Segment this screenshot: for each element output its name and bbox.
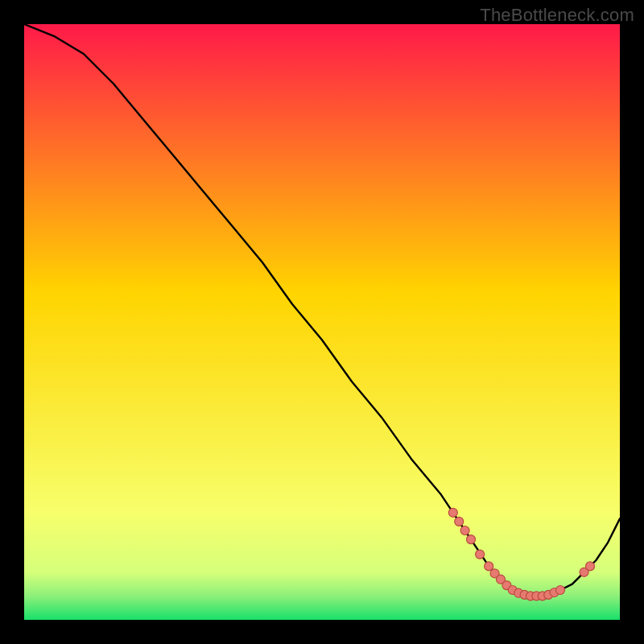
data-marker bbox=[485, 562, 493, 571]
gradient-bg bbox=[24, 24, 620, 620]
data-marker bbox=[476, 550, 485, 559]
chart-frame: TheBottleneck.com bbox=[0, 0, 644, 644]
data-marker bbox=[448, 508, 457, 517]
data-marker bbox=[460, 526, 469, 535]
data-marker bbox=[586, 562, 595, 571]
chart-svg bbox=[24, 24, 620, 620]
data-marker bbox=[467, 535, 476, 544]
data-marker bbox=[556, 586, 565, 595]
data-marker bbox=[455, 517, 464, 526]
watermark-text: TheBottleneck.com bbox=[480, 5, 634, 26]
plot-area bbox=[24, 24, 620, 620]
